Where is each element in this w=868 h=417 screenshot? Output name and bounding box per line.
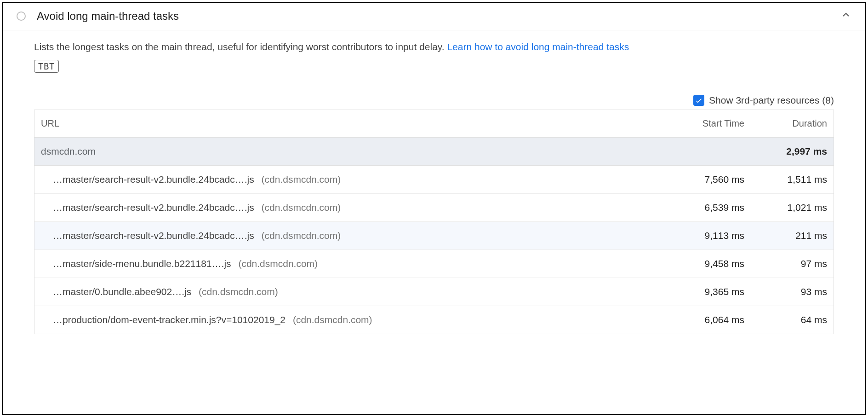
row-host: (cdn.dsmcdn.com) [293, 314, 372, 325]
row-url: …master/search-result-v2.bundle.24bcadc…… [53, 230, 671, 241]
row-path: …master/search-result-v2.bundle.24bcadc…… [53, 174, 254, 185]
description-text: Lists the longest tasks on the main thre… [34, 41, 447, 52]
row-path: …production/dom-event-tracker.min.js?v=1… [53, 314, 286, 325]
row-duration: 211 ms [744, 230, 827, 241]
row-path: …master/search-result-v2.bundle.24bcadc…… [53, 230, 254, 241]
row-url: …master/search-result-v2.bundle.24bcadc…… [53, 174, 671, 185]
row-path: …master/0.bundle.abee902….js [53, 286, 191, 297]
group-host: dsmcdn.com [41, 146, 671, 157]
audit-header[interactable]: Avoid long main-thread tasks [3, 3, 865, 30]
row-duration: 1,511 ms [744, 174, 827, 185]
group-row[interactable]: dsmcdn.com 2,997 ms [34, 138, 834, 166]
col-duration: Duration [744, 118, 827, 129]
table-row[interactable]: …master/0.bundle.abee902….js (cdn.dsmcdn… [34, 278, 834, 306]
table-header: URL Start Time Duration [34, 110, 834, 138]
row-start-time: 9,113 ms [671, 230, 744, 241]
table-row[interactable]: …production/dom-event-tracker.min.js?v=1… [34, 306, 834, 334]
audit-content: Lists the longest tasks on the main thre… [3, 30, 865, 334]
tbt-badge: TBT [34, 60, 59, 73]
row-host: (cdn.dsmcdn.com) [262, 174, 341, 185]
row-url: …master/search-result-v2.bundle.24bcadc…… [53, 202, 671, 213]
table-row[interactable]: …master/side-menu.bundle.b221181….js (cd… [34, 250, 834, 278]
row-host: (cdn.dsmcdn.com) [199, 286, 278, 297]
row-url: …production/dom-event-tracker.min.js?v=1… [53, 314, 671, 325]
row-url: …master/0.bundle.abee902….js (cdn.dsmcdn… [53, 286, 671, 297]
audit-panel: Avoid long main-thread tasks Lists the l… [2, 2, 866, 415]
row-start-time: 6,539 ms [671, 202, 744, 213]
col-url: URL [41, 118, 671, 129]
learn-more-link[interactable]: Learn how to avoid long main-thread task… [447, 41, 629, 52]
row-host: (cdn.dsmcdn.com) [262, 202, 341, 213]
table-row[interactable]: …master/search-result-v2.bundle.24bcadc…… [34, 166, 834, 194]
audit-title: Avoid long main-thread tasks [37, 10, 840, 23]
row-start-time: 9,458 ms [671, 258, 744, 269]
chevron-up-icon[interactable] [840, 9, 851, 23]
row-duration: 93 ms [744, 286, 827, 297]
row-path: …master/side-menu.bundle.b221181….js [53, 258, 231, 269]
row-host: (cdn.dsmcdn.com) [238, 258, 318, 269]
row-start-time: 6,064 ms [671, 314, 744, 325]
row-duration: 97 ms [744, 258, 827, 269]
table-row[interactable]: …master/search-result-v2.bundle.24bcadc…… [34, 222, 834, 250]
tasks-table: URL Start Time Duration dsmcdn.com 2,997… [34, 110, 834, 334]
third-party-toggle-row: Show 3rd-party resources (8) [34, 95, 834, 106]
third-party-checkbox[interactable] [693, 95, 704, 106]
check-icon [695, 96, 703, 104]
row-start-time: 7,560 ms [671, 174, 744, 185]
status-circle-icon [17, 12, 26, 21]
group-duration: 2,997 ms [744, 146, 827, 157]
row-url: …master/side-menu.bundle.b221181….js (cd… [53, 258, 671, 269]
row-duration: 64 ms [744, 314, 827, 325]
third-party-label: Show 3rd-party resources (8) [709, 95, 834, 106]
col-start-time: Start Time [671, 118, 744, 129]
row-start-time: 9,365 ms [671, 286, 744, 297]
row-path: …master/search-result-v2.bundle.24bcadc…… [53, 202, 254, 213]
table-row[interactable]: …master/search-result-v2.bundle.24bcadc…… [34, 194, 834, 222]
audit-description: Lists the longest tasks on the main thre… [34, 40, 834, 54]
row-duration: 1,021 ms [744, 202, 827, 213]
row-host: (cdn.dsmcdn.com) [262, 230, 341, 241]
